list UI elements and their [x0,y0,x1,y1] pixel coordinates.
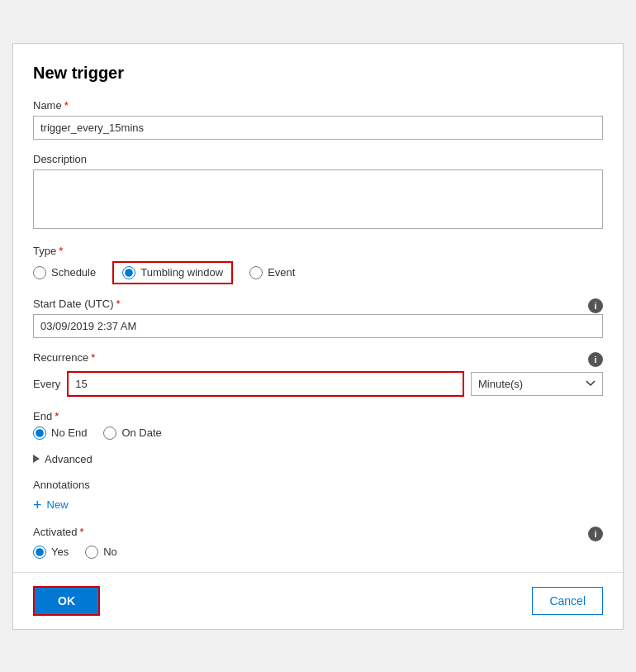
recurrence-required: * [91,351,95,364]
annotations-label: Annotations [33,479,603,491]
new-trigger-dialog: New trigger Name * Description Type * Sc… [12,43,624,630]
type-field-group: Type * Schedule Tumbling window Event [33,245,603,284]
type-options-row: Schedule Tumbling window Event [33,261,603,284]
name-input[interactable] [33,116,603,140]
plus-icon: + [33,498,42,512]
recurrence-label-row: Recurrence * i [33,351,603,368]
activated-label-row: Activated * i [33,526,603,542]
annotations-section: Annotations + New [33,479,603,512]
type-schedule-label: Schedule [51,266,96,279]
start-date-required: * [116,298,121,310]
activated-section: Activated * i Yes No [33,526,603,559]
end-required: * [55,410,59,422]
end-no-end-option[interactable]: No End [33,427,87,440]
type-event-label: Event [268,266,295,279]
dialog-title: New trigger [33,64,603,83]
type-tumbling-radio[interactable] [122,266,135,279]
end-field-group: End * No End On Date [33,410,603,440]
advanced-label: Advanced [45,453,93,465]
activated-no-label: No [103,546,117,558]
new-annotation-label: New [47,498,69,511]
type-label: Type * [33,245,603,257]
advanced-section[interactable]: Advanced [33,453,603,465]
start-date-label: Start Date (UTC) * [33,298,121,310]
activated-yes-radio[interactable] [33,546,46,559]
ok-button[interactable]: OK [33,586,100,616]
description-label: Description [33,153,603,165]
end-on-date-label: On Date [121,427,161,439]
type-event-radio[interactable] [249,266,263,279]
activated-label: Activated * [33,526,84,538]
end-no-end-radio[interactable] [33,427,46,440]
start-date-input[interactable] [33,314,603,338]
description-field-group: Description [33,153,603,231]
type-tumbling-label: Tumbling window [140,266,223,279]
type-tumbling-option[interactable]: Tumbling window [122,266,223,279]
end-options-row: No End On Date [33,427,603,440]
recurrence-value-input[interactable] [67,371,464,397]
recurrence-info-icon[interactable]: i [588,352,603,367]
type-schedule-radio[interactable] [33,266,46,279]
tumbling-window-box: Tumbling window [112,261,233,284]
dialog-footer: OK Cancel [33,573,603,629]
recurrence-inputs-row: Every Minute(s) Hour(s) Day(s) Week(s) M… [33,371,603,397]
name-required: * [64,99,69,112]
activated-yes-label: Yes [51,546,69,558]
start-date-info-icon[interactable]: i [588,298,603,313]
activated-no-option[interactable]: No [85,546,117,559]
activated-info-icon[interactable]: i [588,527,603,541]
end-no-end-label: No End [51,427,87,439]
name-label: Name * [33,99,603,112]
name-field-group: Name * [33,99,603,140]
activated-options-row: Yes No [33,546,603,559]
recurrence-label: Recurrence * [33,351,95,364]
description-input[interactable] [33,169,603,229]
every-label: Every [33,378,60,390]
new-annotation-button[interactable]: + New [33,498,69,512]
start-date-label-row: Start Date (UTC) * i [33,298,603,314]
activated-yes-option[interactable]: Yes [33,546,69,559]
end-on-date-radio[interactable] [103,427,116,440]
type-required: * [59,245,63,257]
advanced-chevron-icon [33,455,40,463]
type-schedule-option[interactable]: Schedule [33,266,96,279]
activated-required: * [79,526,83,538]
end-label: End * [33,410,603,422]
end-on-date-option[interactable]: On Date [103,427,161,440]
cancel-button[interactable]: Cancel [532,587,603,615]
recurrence-unit-select[interactable]: Minute(s) Hour(s) Day(s) Week(s) Month(s… [471,372,603,396]
activated-no-radio[interactable] [85,546,98,559]
type-event-option[interactable]: Event [249,266,295,279]
start-date-field-group: Start Date (UTC) * i [33,298,603,338]
recurrence-field-group: Recurrence * i Every Minute(s) Hour(s) D… [33,351,603,397]
